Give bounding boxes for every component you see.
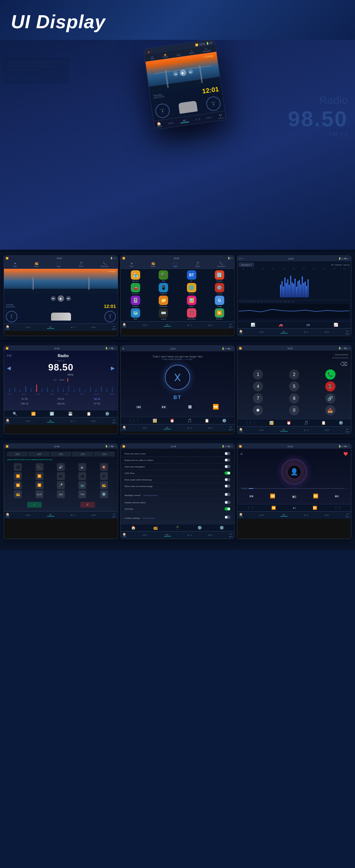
- app-calc[interactable]: 🔢Calculator: [206, 270, 233, 282]
- dial-5[interactable]: 5: [277, 381, 312, 391]
- app-music[interactable]: 🎵Music Player: [178, 308, 205, 320]
- steer-aux[interactable]: AUX: [36, 490, 43, 498]
- app-google[interactable]: GGoogle: [206, 296, 233, 307]
- app-maps[interactable]: 🗺️Maps: [122, 308, 149, 320]
- nav-music[interactable]: 🎵Music: [79, 262, 84, 267]
- dial-call-btn[interactable]: 📞: [313, 369, 347, 380]
- nav2-apps[interactable]: ⋮⋮Apps: [172, 262, 178, 267]
- music-menu-icon[interactable]: ≡: [241, 452, 243, 456]
- steer-mic[interactable]: 🎤: [57, 481, 65, 489]
- bt-next[interactable]: ⏩: [213, 404, 219, 410]
- bt-clock-icon[interactable]: ⏰: [170, 419, 174, 423]
- dial-star[interactable]: ✱: [241, 405, 275, 415]
- steer-am[interactable]: AM: [57, 490, 65, 498]
- radio-save-icon[interactable]: 💾: [68, 412, 72, 416]
- eq-dropdown[interactable]: Standard ∨: [239, 263, 254, 267]
- nav2-bt[interactable]: 📞Bluetooth: [217, 262, 225, 267]
- radio-settings-icon[interactable]: ⚙️: [105, 412, 109, 416]
- nav-navi[interactable]: ▲Navi: [13, 262, 17, 267]
- bt-list-icon[interactable]: 📋: [205, 419, 209, 423]
- toggle-volume[interactable]: [225, 501, 230, 504]
- settings-home-icon[interactable]: 🏠: [131, 526, 135, 530]
- settings-radio-icon[interactable]: 📻: [153, 526, 158, 530]
- dial-end-btn[interactable]: 📵: [313, 381, 347, 391]
- steer-vol-mid[interactable]: 🔈: [78, 463, 86, 471]
- eq-icon-bars[interactable]: 📊: [251, 323, 255, 327]
- dial-list-icon[interactable]: 📋: [321, 421, 326, 425]
- dial-backspace[interactable]: ⌫: [239, 360, 349, 368]
- app-gallery[interactable]: 🖼️Gallery: [178, 296, 205, 307]
- nav-bt[interactable]: 📞Bluetooth: [101, 262, 108, 267]
- dial-menu-icon[interactable]: ⋮⋮⋮: [245, 421, 256, 425]
- steer-fm-label[interactable]: FM: [78, 490, 86, 498]
- app-bt[interactable]: BTBT: [178, 270, 205, 282]
- dial-image-icon[interactable]: 🖼️: [269, 421, 273, 425]
- settings-phone-icon[interactable]: 📱: [175, 526, 180, 530]
- dial-0[interactable]: 0: [277, 405, 312, 415]
- nav2-navi[interactable]: ▲Navi: [130, 262, 134, 267]
- app-files[interactable]: 📁FileManager: [150, 296, 177, 307]
- eq-all[interactable]: All: [331, 264, 334, 266]
- radio-list-icon[interactable]: 📋: [87, 412, 91, 416]
- app-store[interactable]: 🏪App Store: [122, 270, 149, 282]
- dial-2[interactable]: 2: [277, 369, 312, 380]
- dial-settings-icon[interactable]: ⚙️: [339, 421, 343, 425]
- steer-next[interactable]: ▶️: [36, 472, 43, 480]
- app-playstore[interactable]: ▶️Play Store: [206, 308, 233, 320]
- app-mcxkey[interactable]: ⌨️mcxKey: [150, 308, 177, 320]
- steer-vol-down[interactable]: 🔇: [100, 463, 108, 471]
- bt-image-icon[interactable]: 🖼️: [153, 419, 157, 423]
- toggle-mute[interactable]: [225, 478, 230, 481]
- music-heart-icon[interactable]: ❤️: [343, 452, 348, 456]
- music-forward[interactable]: ⏩: [313, 494, 318, 499]
- app-aux[interactable]: 🔌AUX: [150, 270, 177, 282]
- music-nav-menu[interactable]: ⋮⋮: [247, 506, 254, 510]
- dial-1[interactable]: 1: [241, 369, 275, 380]
- toggle-mirror[interactable]: [225, 484, 230, 488]
- steer-skip-back[interactable]: ⏮: [78, 472, 86, 480]
- app-eq[interactable]: 🎚️Equalizer: [122, 296, 149, 307]
- dial-8[interactable]: 8: [277, 393, 312, 403]
- music-nav-play[interactable]: ⏯: [292, 506, 296, 510]
- toggle-gsd[interactable]: [225, 471, 230, 475]
- bt-skip[interactable]: ⏭: [162, 404, 167, 410]
- freq-prev[interactable]: ◀: [7, 365, 11, 371]
- progress-track[interactable]: [248, 488, 344, 489]
- music-play[interactable]: ⏯: [292, 494, 297, 499]
- radio-back-icon[interactable]: ↩️: [50, 412, 54, 416]
- steer-power[interactable]: ⏻: [14, 463, 22, 471]
- nav-apps[interactable]: ⋮⋮Apps: [56, 262, 62, 267]
- toggle-gps[interactable]: [225, 507, 230, 511]
- eq-default[interactable]: Default: [335, 264, 342, 266]
- toggle-lantern[interactable]: [225, 516, 230, 519]
- toggle-brake[interactable]: [225, 458, 230, 462]
- app-chrome[interactable]: 🌐Chrome: [178, 283, 205, 295]
- steer-radio[interactable]: 📻: [100, 481, 108, 489]
- toggle-press-key[interactable]: [225, 452, 230, 455]
- dial-share[interactable]: 📤: [313, 405, 347, 415]
- eq-icon-rewind[interactable]: ⏮: [306, 323, 310, 327]
- steer-fm[interactable]: 📻: [14, 490, 22, 498]
- steer-phone[interactable]: 📞: [36, 463, 43, 471]
- eq-icon-car[interactable]: 🚗: [279, 323, 283, 327]
- app-control[interactable]: ⚙️Control: [206, 283, 233, 295]
- bt-settings-icon[interactable]: ⚙️: [222, 419, 226, 423]
- toggle-backlight[interactable]: [225, 493, 230, 496]
- radio-signal-icon[interactable]: 📶: [31, 412, 36, 416]
- bt-stop[interactable]: ⏹: [187, 404, 192, 410]
- music-skip-back[interactable]: ⏮: [249, 494, 254, 499]
- nav2-music[interactable]: 🎵Music: [196, 262, 200, 267]
- music-skip-fwd[interactable]: ⏭: [335, 494, 339, 499]
- music-nav-fwd[interactable]: ⏩: [313, 506, 317, 510]
- settings-gear2-icon[interactable]: ⚙️: [220, 526, 224, 530]
- toggle-nav[interactable]: [225, 465, 230, 468]
- dial-clock-icon[interactable]: ⏰: [287, 421, 291, 425]
- dial-music-icon[interactable]: 🎵: [304, 421, 308, 425]
- music-nav-more[interactable]: ⋮⋮: [334, 506, 341, 510]
- dial-link[interactable]: 🔗: [313, 393, 347, 403]
- steer-confirm[interactable]: ✓: [27, 502, 42, 508]
- bt-prev[interactable]: ⏮: [136, 404, 141, 410]
- eq-setup[interactable]: Set up: [343, 264, 350, 266]
- music-rewind[interactable]: ⏪: [270, 494, 275, 499]
- freq-next[interactable]: ▶: [111, 365, 115, 371]
